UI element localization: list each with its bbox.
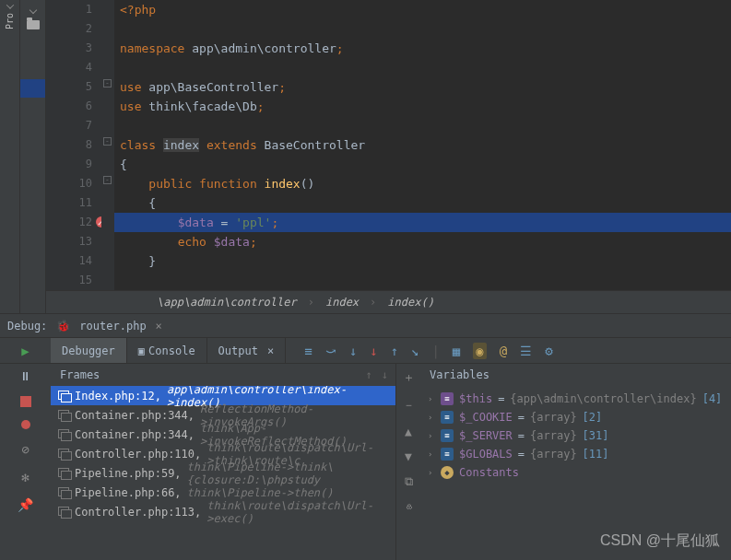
- chevron-right-icon: ›: [308, 296, 314, 309]
- line-gutter: 1 2 3 4 5 6 7 8 9 10 11 12 13 14 15: [46, 0, 101, 290]
- mute-breakpoints-button[interactable]: ⊘: [21, 442, 29, 457]
- variable-row[interactable]: ›◆Constants: [420, 463, 731, 482]
- close-tab-icon[interactable]: ×: [156, 320, 162, 332]
- current-execution-line: $data = 'ppl';: [114, 213, 731, 232]
- project-tab-label: Pro: [5, 13, 15, 29]
- fold-icon[interactable]: -: [103, 176, 112, 184]
- at-icon[interactable]: @: [500, 344, 507, 358]
- editor[interactable]: 1 2 3 4 5 6 7 8 9 10 11 12 13 14 15 - - …: [46, 0, 731, 313]
- expand-arrow-icon[interactable]: ›: [428, 413, 435, 422]
- php-tag: <?php: [120, 3, 156, 17]
- add-watch-icon[interactable]: ＋: [403, 369, 415, 386]
- fold-column: - - -: [101, 0, 114, 290]
- expand-arrow-icon[interactable]: ›: [428, 468, 435, 477]
- mid-toolbar: ＋ － ▲ ▼ ⧉ ⧝: [396, 364, 420, 560]
- bug-icon: 🐞: [56, 320, 70, 332]
- stack-icon: [58, 391, 69, 402]
- frames-list[interactable]: Index.php:12, app\admin\controller\index…: [51, 386, 395, 560]
- project-selection-highlight: [20, 79, 45, 98]
- breadcrumb[interactable]: \app\admin\controller › index › index(): [46, 290, 731, 313]
- step-out-icon[interactable]: ↑: [391, 344, 398, 358]
- debug-header: Debug: 🐞 router.php ×: [0, 314, 731, 338]
- variable-row[interactable]: ›≡$_SERVER = {array} [31]: [420, 426, 731, 445]
- stop-button[interactable]: [20, 396, 31, 407]
- stack-icon: [58, 507, 69, 518]
- step-into-icon[interactable]: ↓: [349, 344, 357, 358]
- view-breakpoints-button[interactable]: [21, 420, 30, 429]
- fold-icon[interactable]: -: [103, 137, 112, 146]
- fold-icon[interactable]: -: [103, 79, 112, 88]
- settings-button[interactable]: ✻: [21, 470, 29, 484]
- project-panel: [20, 0, 46, 313]
- var-type-icon: ≡: [441, 429, 454, 442]
- variable-row[interactable]: ›≡$this = {app\admin\controller\index} […: [420, 390, 731, 408]
- trace-icon[interactable]: ◉: [473, 343, 486, 359]
- breadcrumb-item[interactable]: \app\admin\controller: [157, 296, 297, 309]
- show-execution-icon[interactable]: ≡: [304, 344, 312, 358]
- breadcrumb-item[interactable]: index: [325, 296, 359, 309]
- debug-label: Debug:: [7, 320, 47, 332]
- folder-icon[interactable]: [27, 20, 40, 29]
- pin-button[interactable]: 📌: [18, 497, 33, 512]
- watermark: CSDN @十尾仙狐: [600, 531, 720, 551]
- output-tab[interactable]: Output×: [207, 338, 287, 363]
- up-icon[interactable]: ▲: [405, 425, 412, 438]
- debugger-tab[interactable]: Debugger: [51, 338, 127, 363]
- var-type-icon: ≡: [441, 448, 454, 461]
- breadcrumb-item[interactable]: index(): [387, 296, 434, 309]
- variable-row[interactable]: ›≡$_COOKIE = {array} [2]: [420, 408, 731, 426]
- debug-panel: Debug: 🐞 router.php × ▶ Debugger ▣Consol…: [0, 313, 731, 560]
- resume-button[interactable]: ▶: [21, 344, 29, 358]
- var-type-icon: ≡: [441, 392, 454, 405]
- remove-watch-icon[interactable]: －: [403, 397, 415, 414]
- debug-file[interactable]: router.php: [79, 320, 146, 332]
- console-tab[interactable]: ▣Console: [127, 338, 207, 363]
- copy-icon[interactable]: ⧉: [405, 474, 413, 489]
- pause-button[interactable]: ⏸: [19, 369, 31, 383]
- next-frame-icon[interactable]: ↓: [382, 368, 388, 381]
- variable-row[interactable]: ›≡$GLOBALS = {array} [11]: [420, 445, 731, 463]
- stack-icon: [58, 468, 69, 479]
- stack-frame[interactable]: Pipeline.php:59, think\Pipeline->think\{…: [51, 463, 395, 483]
- stack-frame[interactable]: Controller.php:113, think\route\dispatch…: [51, 502, 395, 521]
- expand-arrow-icon[interactable]: ›: [428, 431, 435, 440]
- force-step-icon[interactable]: ↓: [370, 344, 377, 358]
- stack-icon: [58, 429, 69, 440]
- debug-toolbar: ▶ Debugger ▣Console Output× ≡ ⤻ ↓ ↓ ↑ ↘ …: [0, 338, 731, 364]
- evaluate-icon[interactable]: ▦: [453, 344, 460, 358]
- code-area[interactable]: <?php namespace app\admin\controller; us…: [114, 0, 731, 290]
- close-icon[interactable]: ×: [267, 344, 274, 357]
- project-tool-tab[interactable]: Pro: [0, 0, 20, 313]
- link-icon[interactable]: ⧝: [406, 500, 412, 514]
- expand-arrow-icon[interactable]: ›: [428, 394, 435, 403]
- frames-panel: Frames ↑↓ Index.php:12, app\admin\contro…: [51, 364, 396, 560]
- variables-title: Variables: [420, 364, 731, 386]
- chevron-right-icon: ›: [370, 296, 376, 309]
- stack-icon: [58, 410, 69, 421]
- down-icon[interactable]: ▼: [405, 449, 412, 463]
- debug-side-toolbar: ⏸ ⊘ ✻ 📌: [0, 364, 51, 560]
- expand-icon[interactable]: [29, 6, 36, 14]
- stack-icon: [58, 487, 69, 498]
- frames-title: Frames ↑↓: [51, 364, 395, 386]
- list-icon[interactable]: ☰: [520, 344, 532, 358]
- chevron-down-icon: [6, 1, 13, 8]
- step-over-icon[interactable]: ⤻: [325, 344, 336, 358]
- breakpoint-line[interactable]: 12: [46, 213, 92, 232]
- expand-arrow-icon[interactable]: ›: [428, 449, 435, 459]
- var-type-icon: ◆: [441, 466, 454, 479]
- prev-frame-icon[interactable]: ↑: [366, 368, 372, 381]
- settings-icon[interactable]: ⚙: [545, 344, 552, 358]
- console-icon: ▣: [138, 344, 145, 357]
- run-to-cursor-icon[interactable]: ↘: [411, 344, 419, 358]
- stack-icon: [58, 449, 69, 460]
- var-type-icon: ≡: [441, 411, 454, 424]
